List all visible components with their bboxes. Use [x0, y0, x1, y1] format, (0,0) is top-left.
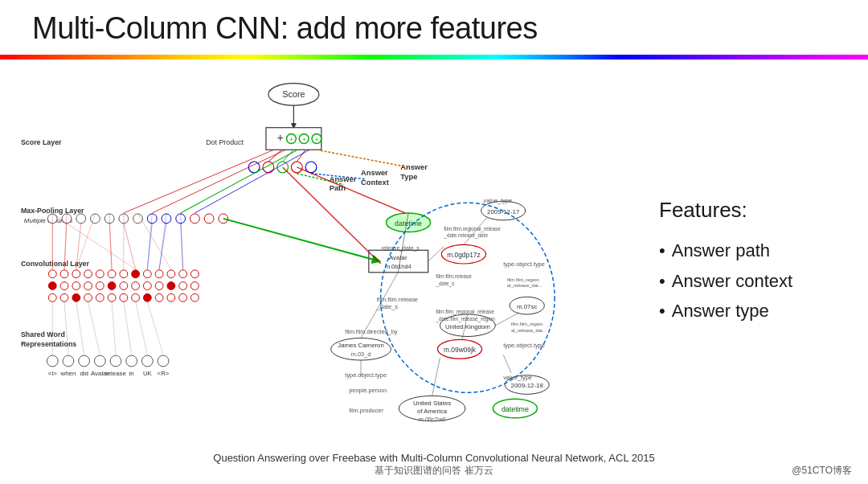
svg-text:Avatar: Avatar: [389, 254, 407, 261]
svg-text:when: when: [60, 370, 76, 377]
svg-text:value_type: value_type: [484, 197, 513, 204]
svg-point-59: [48, 282, 56, 290]
svg-point-55: [155, 270, 163, 278]
svg-text:+: +: [289, 136, 293, 143]
feature-item-3: • Answer type: [659, 296, 836, 326]
svg-text:film.film_region: film.film_region: [511, 322, 543, 326]
svg-text:m.0gdp17z: m.0gdp17z: [447, 251, 480, 259]
svg-point-67: [143, 282, 151, 290]
svg-point-52: [120, 270, 128, 278]
svg-text:m.0b1hd4: m.0b1hd4: [385, 263, 411, 270]
svg-text:Type: Type: [400, 173, 417, 181]
svg-text:James Cameron: James Cameron: [338, 342, 384, 349]
svg-text:al_release_dat...: al_release_dat...: [507, 283, 542, 288]
svg-text:Answer: Answer: [361, 169, 388, 177]
svg-point-71: [190, 282, 199, 290]
feature-item-1: • Answer path: [659, 236, 836, 265]
svg-text:Context: Context: [361, 178, 389, 187]
svg-text:Answer: Answer: [400, 163, 428, 171]
svg-point-42: [190, 214, 199, 224]
svg-text:m.09c7w0: m.09c7w0: [419, 416, 446, 423]
svg-line-127: [159, 224, 166, 269]
svg-point-62: [84, 282, 92, 290]
svg-text:film.producer: film.producer: [349, 407, 383, 414]
svg-line-29: [317, 150, 408, 167]
svg-point-103: [141, 355, 153, 367]
svg-text:film.film_region: film.film_region: [507, 277, 539, 282]
svg-point-84: [190, 293, 199, 301]
svg-text:type.object.type: type.object.type: [503, 342, 545, 349]
svg-line-116: [88, 301, 100, 355]
svg-line-189: [503, 355, 511, 373]
svg-text:type.object.type: type.object.type: [503, 260, 545, 268]
svg-text:Dot Product: Dot Product: [206, 138, 244, 146]
svg-line-192: [297, 167, 405, 213]
svg-text:m.09w09jk: m.09w09jk: [444, 346, 477, 354]
svg-text:value_type: value_type: [503, 374, 532, 381]
svg-text:release_date_s: release_date_s: [382, 245, 420, 252]
svg-point-48: [72, 270, 80, 278]
svg-point-79: [132, 293, 140, 301]
svg-text:Shared Word: Shared Word: [21, 330, 65, 338]
svg-text:+: +: [277, 132, 284, 144]
svg-point-101: [110, 355, 121, 367]
svg-text:al_release_dat...: al_release_dat...: [511, 328, 547, 333]
svg-text:datetime: datetime: [502, 405, 529, 413]
features-heading: Features:: [659, 198, 836, 223]
svg-text:United Kingdom: United Kingdom: [445, 323, 490, 330]
svg-text:Convolutional Layer: Convolutional Layer: [21, 260, 90, 268]
svg-point-80: [143, 293, 151, 301]
bullet-3: •: [659, 296, 665, 326]
svg-point-43: [204, 214, 214, 224]
svg-point-83: [179, 293, 187, 301]
svg-text:film.film_regional_release: film.film_regional_release: [436, 309, 495, 315]
svg-line-118: [124, 301, 132, 355]
bullet-1: •: [659, 236, 665, 265]
svg-point-49: [84, 270, 92, 278]
page-title: Multi-Column CNN: add more features: [32, 11, 538, 46]
svg-point-47: [60, 270, 68, 278]
svg-point-76: [96, 293, 104, 301]
svg-text:of America: of America: [417, 408, 448, 415]
svg-text:m.07sc: m.07sc: [517, 303, 537, 310]
svg-text:did: did: [80, 370, 88, 377]
svg-text:2009-12-18: 2009-12-18: [511, 382, 544, 389]
svg-line-188: [432, 358, 440, 396]
feature-item-2: • Answer context: [659, 266, 836, 296]
svg-point-100: [94, 355, 105, 367]
svg-text:United States: United States: [413, 400, 451, 407]
features-panel: Features: • Answer path • Answer context…: [627, 64, 868, 460]
svg-line-190: [223, 219, 377, 260]
svg-line-115: [76, 301, 84, 355]
svg-text:film.film.directed_by: film.film.directed_by: [345, 328, 397, 335]
svg-text:Score Layer: Score Layer: [21, 138, 62, 146]
footer: Question Answering over Freebase with Mu…: [0, 452, 868, 478]
svg-line-120: [147, 301, 163, 355]
svg-point-99: [79, 355, 90, 367]
svg-text:Path: Path: [330, 184, 346, 192]
svg-text:2009-12-17: 2009-12-17: [487, 208, 519, 215]
svg-point-65: [120, 282, 128, 290]
svg-point-57: [179, 270, 187, 278]
footer-right-text: @51CTO博客: [792, 464, 852, 478]
svg-text:_date_s: _date_s: [436, 281, 455, 287]
svg-text:+: +: [315, 136, 319, 143]
svg-point-46: [48, 270, 56, 278]
svg-point-35: [91, 214, 100, 224]
svg-point-70: [179, 282, 187, 290]
svg-text:UK: UK: [143, 370, 153, 377]
svg-point-60: [60, 282, 68, 290]
svg-text:in: in: [129, 370, 134, 377]
footer-sub-text: 基于知识图谱的问答 崔万云: [0, 464, 868, 478]
svg-line-126: [147, 224, 152, 269]
svg-point-63: [96, 282, 104, 290]
svg-point-102: [126, 355, 137, 367]
svg-line-128: [181, 224, 183, 269]
svg-point-75: [84, 293, 92, 301]
svg-point-56: [167, 270, 175, 278]
svg-text:people.person: people.person: [349, 387, 387, 394]
svg-text:_date.film_release_region: _date.film_release_region: [436, 316, 496, 322]
svg-point-69: [167, 282, 175, 290]
svg-text:film.film.release: film.film.release: [436, 273, 473, 279]
svg-text:<R>: <R>: [158, 370, 170, 377]
